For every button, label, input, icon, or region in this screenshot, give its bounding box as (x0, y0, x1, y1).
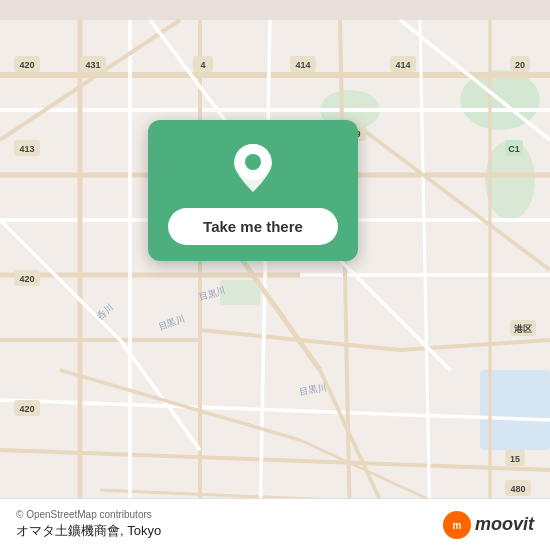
svg-text:480: 480 (510, 484, 525, 494)
place-name: オマタ土鑛機商會, Tokyo (16, 522, 161, 540)
map-container: 420 431 4 414 414 20 413 319 C1 420 420 … (0, 0, 550, 550)
osm-attribution: © OpenStreetMap contributors (16, 509, 161, 520)
svg-text:431: 431 (85, 60, 100, 70)
take-me-there-button[interactable]: Take me there (168, 208, 338, 245)
svg-text:420: 420 (19, 274, 34, 284)
moovit-icon: m (443, 511, 471, 539)
svg-text:15: 15 (510, 454, 520, 464)
svg-point-70 (245, 154, 261, 170)
location-pin-icon (229, 140, 277, 196)
svg-text:420: 420 (19, 404, 34, 414)
svg-text:414: 414 (395, 60, 410, 70)
bottom-bar: © OpenStreetMap contributors オマタ土鑛機商會, T… (0, 498, 550, 550)
svg-text:m: m (453, 520, 462, 531)
svg-text:C1: C1 (508, 144, 520, 154)
svg-text:414: 414 (295, 60, 310, 70)
svg-text:413: 413 (19, 144, 34, 154)
svg-text:港区: 港区 (514, 324, 532, 334)
moovit-logo: m moovit (443, 511, 534, 539)
svg-text:420: 420 (19, 60, 34, 70)
map-background: 420 431 4 414 414 20 413 319 C1 420 420 … (0, 0, 550, 550)
svg-text:4: 4 (200, 60, 205, 70)
svg-text:20: 20 (515, 60, 525, 70)
svg-rect-5 (220, 280, 260, 305)
bottom-info: © OpenStreetMap contributors オマタ土鑛機商會, T… (16, 509, 161, 540)
action-card: Take me there (148, 120, 358, 261)
moovit-brand-text: moovit (475, 514, 534, 535)
